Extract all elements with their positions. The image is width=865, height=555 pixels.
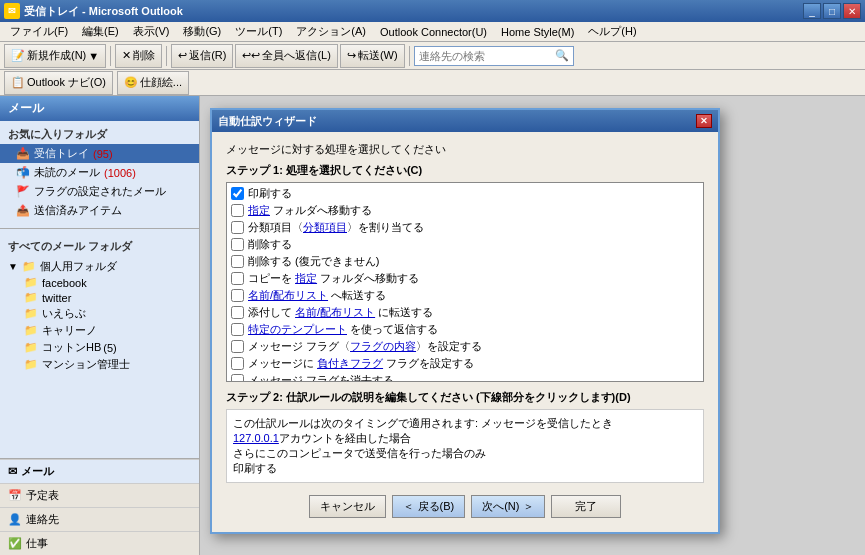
finish-button[interactable]: 完了 bbox=[551, 495, 621, 518]
action-copy-label[interactable]: コピーを 指定 フォルダへ移動する bbox=[248, 271, 419, 286]
twitter-folder[interactable]: 📁 twitter bbox=[0, 290, 199, 305]
action-assign-label[interactable]: 分類項目〈分類項目〉を割り当てる bbox=[248, 220, 424, 235]
cancel-button[interactable]: キャンセル bbox=[309, 495, 386, 518]
dialog-body: メッセージに対する処理を選択してください ステップ 1: 処理を選択してください… bbox=[212, 132, 718, 532]
action-delete-checkbox[interactable] bbox=[231, 238, 244, 251]
auto-sort-dialog: 自動仕訳ウィザード ✕ メッセージに対する処理を選択してください ステップ 1:… bbox=[210, 108, 720, 534]
next-button[interactable]: 次へ(N) ＞ bbox=[471, 495, 544, 518]
menu-connector[interactable]: Outlook Connector(U) bbox=[374, 24, 493, 40]
search-box: 🔍 bbox=[414, 46, 574, 66]
ierabu-folder[interactable]: 📁 いえらぶ bbox=[0, 305, 199, 322]
action-forward-label[interactable]: 名前/配布リスト へ転送する bbox=[248, 288, 386, 303]
flagged-item[interactable]: 🚩 フラグの設定されたメール bbox=[0, 182, 199, 201]
nav-calendar[interactable]: 📅 予定表 bbox=[0, 483, 199, 507]
cotton-folder[interactable]: 📁 コットンHB (5) bbox=[0, 339, 199, 356]
unread-item[interactable]: 📬 未読のメール (1006) bbox=[0, 163, 199, 182]
reply-button[interactable]: ↩ 返信(R) bbox=[171, 44, 233, 68]
back-button[interactable]: ＜ 戻る(B) bbox=[392, 495, 465, 518]
sidebar-header: メール bbox=[0, 96, 199, 121]
action-clear-flag-checkbox[interactable] bbox=[231, 374, 244, 382]
reply-all-button[interactable]: ↩↩ 全員へ返信(L) bbox=[235, 44, 337, 68]
action-delete-label[interactable]: 削除する bbox=[248, 237, 292, 252]
action-set-flag-checkbox[interactable] bbox=[231, 340, 244, 353]
sep1 bbox=[110, 46, 111, 66]
sidebar-divider bbox=[0, 228, 199, 229]
mail-nav-icon: ✉ bbox=[8, 465, 17, 478]
action-print-checkbox[interactable] bbox=[231, 187, 244, 200]
close-button[interactable]: ✕ bbox=[843, 3, 861, 19]
action-template-reply: 特定のテンプレート を使って返信する bbox=[229, 321, 701, 338]
step1-label: ステップ 1: 処理を選択してください(C) bbox=[226, 163, 704, 178]
mansion-folder[interactable]: 📁 マンション管理士 bbox=[0, 356, 199, 373]
title-bar: ✉ 受信トレイ - Microsoft Outlook _ □ ✕ bbox=[0, 0, 865, 22]
action-set-color-flag-checkbox[interactable] bbox=[231, 357, 244, 370]
action-set-flag-label[interactable]: メッセージ フラグ〈フラグの内容〉を設定する bbox=[248, 339, 482, 354]
action-copy-checkbox[interactable] bbox=[231, 272, 244, 285]
maximize-button[interactable]: □ bbox=[823, 3, 841, 19]
action-copy: コピーを 指定 フォルダへ移動する bbox=[229, 270, 701, 287]
menu-edit[interactable]: 編集(E) bbox=[76, 22, 125, 41]
sep2 bbox=[166, 46, 167, 66]
smile-icon: 😊 bbox=[124, 76, 138, 89]
nav-mail[interactable]: ✉ メール bbox=[0, 459, 199, 483]
menu-actions[interactable]: アクション(A) bbox=[290, 22, 372, 41]
action-perm-delete-checkbox[interactable] bbox=[231, 255, 244, 268]
outlook-icon: 📋 bbox=[11, 76, 25, 89]
menu-tools[interactable]: ツール(T) bbox=[229, 22, 288, 41]
unread-icon: 📬 bbox=[16, 166, 30, 179]
action-checkbox-list[interactable]: 印刷する 指定 フォルダへ移動する 分類項目〈分類項目〉を割り当てる 削除する … bbox=[226, 182, 704, 382]
new-button[interactable]: 📝 新規作成(N) ▼ bbox=[4, 44, 106, 68]
sent-icon: 📤 bbox=[16, 204, 30, 217]
action-assign-checkbox[interactable] bbox=[231, 221, 244, 234]
favorites-section: お気に入りフォルダ 📥 受信トレイ (95) 📬 未読のメール (1006) 🚩… bbox=[0, 121, 199, 224]
dialog-close-button[interactable]: ✕ bbox=[696, 114, 712, 128]
action-template-reply-checkbox[interactable] bbox=[231, 323, 244, 336]
step2-description: この仕訳ルールは次のタイミングで適用されます: メッセージを受信したとき 127… bbox=[226, 409, 704, 483]
calendar-nav-icon: 📅 bbox=[8, 489, 22, 502]
action-print-label[interactable]: 印刷する bbox=[248, 186, 292, 201]
step2-line1: この仕訳ルールは次のタイミングで適用されます: メッセージを受信したとき bbox=[233, 416, 697, 431]
search-input[interactable] bbox=[419, 50, 555, 62]
sent-item[interactable]: 📤 送信済みアイテム bbox=[0, 201, 199, 220]
step2-label: ステップ 2: 仕訳ルールの説明を編集してください (下線部分をクリックします)… bbox=[226, 390, 704, 405]
action-clear-flag-label[interactable]: メッセージ フラグを消去する bbox=[248, 373, 394, 382]
all-folders-label: すべてのメール フォルダ bbox=[0, 237, 199, 256]
step2-link[interactable]: 127.0.0.1 bbox=[233, 432, 279, 444]
action-forward-checkbox[interactable] bbox=[231, 289, 244, 302]
step2-line3: さらにこのコンピュータで送受信を行った場合のみ bbox=[233, 446, 697, 461]
menu-bar: ファイル(F) 編集(E) 表示(V) 移動(G) ツール(T) アクション(A… bbox=[0, 22, 865, 42]
delete-icon: ✕ bbox=[122, 49, 131, 62]
menu-help[interactable]: ヘルプ(H) bbox=[582, 22, 642, 41]
action-move-checkbox[interactable] bbox=[231, 204, 244, 217]
menu-move[interactable]: 移動(G) bbox=[177, 22, 227, 41]
nav-contacts[interactable]: 👤 連絡先 bbox=[0, 507, 199, 531]
outlook-nav-btn[interactable]: 📋 Outlook ナビ(O) bbox=[4, 71, 113, 95]
sep3 bbox=[409, 46, 410, 66]
action-template-reply-label[interactable]: 特定のテンプレート を使って返信する bbox=[248, 322, 438, 337]
delete-button[interactable]: ✕ 削除 bbox=[115, 44, 162, 68]
expand-icon: ▼ bbox=[8, 261, 20, 272]
all-folders-section: すべてのメール フォルダ ▼ 📁 個人用フォルダ 📁 facebook 📁 tw… bbox=[0, 233, 199, 379]
smile-btn[interactable]: 😊 仕顔絵... bbox=[117, 71, 189, 95]
forward-button[interactable]: ↪ 転送(W) bbox=[340, 44, 405, 68]
toolbar: 📝 新規作成(N) ▼ ✕ 削除 ↩ 返信(R) ↩↩ 全員へ返信(L) ↪ 転… bbox=[0, 42, 865, 70]
reply-icon: ↩ bbox=[178, 49, 187, 62]
carrino-folder[interactable]: 📁 キャリーノ bbox=[0, 322, 199, 339]
action-perm-delete: 削除する (復元できません) bbox=[229, 253, 701, 270]
action-attach-forward-checkbox[interactable] bbox=[231, 306, 244, 319]
action-perm-delete-label[interactable]: 削除する (復元できません) bbox=[248, 254, 379, 269]
personal-folder[interactable]: ▼ 📁 個人用フォルダ bbox=[0, 258, 199, 275]
menu-homestyle[interactable]: Home Style(M) bbox=[495, 24, 580, 40]
nav-tasks[interactable]: ✅ 仕事 bbox=[0, 531, 199, 555]
flag-icon: 🚩 bbox=[16, 185, 30, 198]
minimize-button[interactable]: _ bbox=[803, 3, 821, 19]
action-attach-forward-label[interactable]: 添付して 名前/配布リスト に転送する bbox=[248, 305, 433, 320]
facebook-folder[interactable]: 📁 facebook bbox=[0, 275, 199, 290]
action-move-label[interactable]: 指定 フォルダへ移動する bbox=[248, 203, 372, 218]
menu-file[interactable]: ファイル(F) bbox=[4, 22, 74, 41]
inbox-item[interactable]: 📥 受信トレイ (95) bbox=[0, 144, 199, 163]
action-set-color-flag-label[interactable]: メッセージに 負付きフラグ フラグを設定する bbox=[248, 356, 474, 371]
tasks-nav-icon: ✅ bbox=[8, 537, 22, 550]
step2-line4: 印刷する bbox=[233, 461, 697, 476]
menu-view[interactable]: 表示(V) bbox=[127, 22, 176, 41]
